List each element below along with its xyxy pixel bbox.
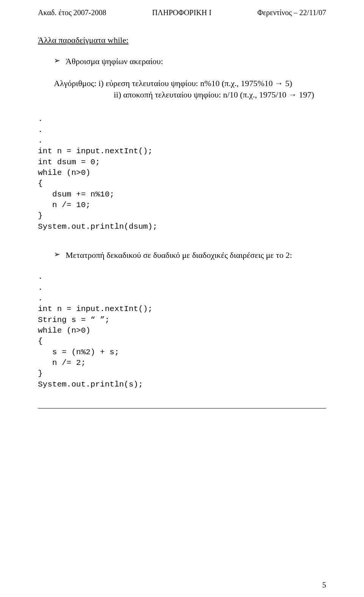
bullet-item-2: ➢ Μετατροπή δεκαδικού σε δυαδικό με διαδ… [54,250,326,260]
header-center: ΠΛΗΡΟΦΟΡΙΚΗ Ι [152,8,211,17]
bullet1-text: Άθροισμα ψηφίων ακεραίου: [66,57,163,66]
section-divider [38,408,326,408]
page-number: 5 [322,581,326,589]
section-title: Άλλα παραδείγματα while: [38,35,326,45]
triangle-icon: ➢ [54,57,60,64]
bullet-item-1: ➢ Άθροισμα ψηφίων ακεραίου: [54,57,326,66]
code-block-2: . . . int n = input.nextInt(); String s … [38,272,326,390]
bullet2-text: Μετατροπή δεκαδικού σε δυαδικό με διαδοχ… [66,250,292,260]
triangle-icon: ➢ [54,250,60,258]
header-left: Ακαδ. έτος 2007-2008 [38,8,106,17]
page-header: Ακαδ. έτος 2007-2008 ΠΛΗΡΟΦΟΡΙΚΗ Ι Φερεν… [38,8,326,17]
algo-line1: Αλγόριθμος: i) εύρεση τελευταίου ψηφίου:… [54,78,326,89]
header-right: Φερεντίνος – 22/11/07 [257,8,326,17]
algo-line2: ii) αποκοπή τελευταίου ψηφίου: n/10 (π.χ… [114,89,326,101]
code-block-1: . . . int n = input.nextInt(); int dsum … [38,114,326,232]
algorithm-text: Αλγόριθμος: i) εύρεση τελευταίου ψηφίου:… [54,78,326,100]
